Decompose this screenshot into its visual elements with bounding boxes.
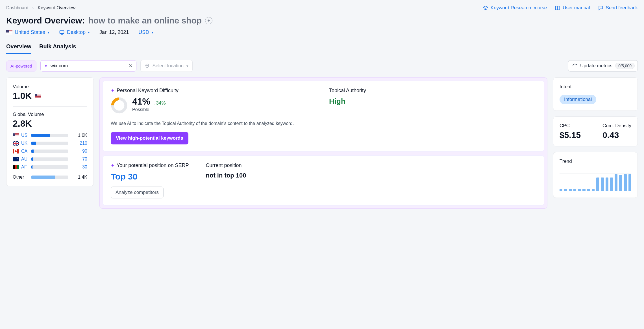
trend-bar [624,174,627,191]
chat-icon [598,5,604,11]
serp-card: ✦ Your potential position on SERP Top 30… [103,155,544,205]
trend-card: Trend [553,152,638,198]
pkd-delta: ↓34% [154,100,166,106]
volume-bar [31,176,68,179]
ai-description: We use AI to indicate the Topical Author… [111,120,536,127]
currency-filter[interactable]: USD ▾ [138,29,153,35]
trend-title: Trend [560,159,631,164]
current-position-value: not in top 100 [206,172,246,179]
pin-icon [145,63,150,68]
chevron-down-icon: ▾ [88,30,90,34]
country-code: CA [21,149,29,154]
volume-row-value: 90 [70,149,87,154]
page-title-label: Keyword Overview: [6,16,85,25]
volume-bar [31,150,68,153]
topical-authority-value: High [329,97,536,106]
volume-bar [31,134,68,137]
tab-bulk-analysis[interactable]: Bulk Analysis [39,43,76,54]
volume-row-value: 1.0K [70,133,87,138]
link-label: Keyword Research course [491,5,547,11]
link-label: Send feedback [606,5,638,11]
top-links: Keyword Research course User manual Send… [483,5,638,11]
global-volume-value: 2.8K [13,118,87,129]
volume-row-value: 70 [70,157,87,162]
page-title-row: Keyword Overview: how to make an online … [6,16,638,25]
pkd-percent: 41% [132,97,150,106]
volume-row[interactable]: CA90 [13,149,87,154]
country-code: US [21,133,29,138]
volume-row[interactable]: AF30 [13,164,87,170]
volume-bar [31,142,68,145]
graduation-cap-icon [483,5,488,11]
pkd-title: ✦ Personal Keyword Difficulty [111,88,318,94]
potential-position-title: ✦ Your potential position on SERP [111,163,189,168]
tab-overview[interactable]: Overview [6,43,31,54]
filter-label: USD [138,29,149,35]
breadcrumb-current: Keyword Overview [38,5,75,10]
volume-row[interactable]: US1.0K [13,133,87,138]
quota-badge: 0/5,000 [615,63,635,69]
view-high-potential-keywords-button[interactable]: View high-potential keywords [111,132,188,144]
topical-authority-title: Topical Authority [329,88,536,94]
book-icon [555,5,560,11]
trend-bar [606,178,608,192]
svg-rect-4 [60,31,64,33]
chevron-right-icon: › [32,5,34,10]
potential-position-value: Top 30 [111,172,189,181]
link-keyword-research-course[interactable]: Keyword Research course [483,5,547,11]
trend-bar [619,175,622,192]
flag-us-icon [6,30,12,34]
trend-bar [596,178,599,192]
flag-icon [13,141,19,146]
device-filter[interactable]: Desktop ▾ [59,29,90,35]
link-user-manual[interactable]: User manual [555,5,590,11]
domain-input[interactable] [51,63,126,69]
button-label: Update metrics [580,63,612,69]
filter-bar: United States ▾ Desktop ▾ Jan 12, 2021 U… [6,29,638,35]
link-send-feedback[interactable]: Send feedback [598,5,638,11]
link-label: User manual [563,5,590,11]
country-code: UK [21,141,29,146]
page-title-keyword: how to make an online shop [88,16,202,25]
filter-label: Jan 12, 2021 [99,29,129,35]
volume-row[interactable]: UK210 [13,141,87,146]
right-column: Intent Informational CPC $5.15 Com. Dens… [553,77,638,198]
trend-chart [560,166,631,191]
cpc-value: $5.15 [560,130,581,140]
country-filter[interactable]: United States ▾ [6,29,49,35]
breadcrumb-root[interactable]: Dashboard [6,5,28,10]
location-select[interactable]: Select location ▾ [140,60,193,72]
topbar: Dashboard › Keyword Overview Keyword Res… [6,5,638,11]
filter-label: United States [15,29,45,35]
sparkle-icon: ✦ [44,63,48,69]
trend-bar [615,174,617,191]
volume-row-value: 210 [70,141,87,146]
clear-input-button[interactable]: ✕ [129,63,133,69]
filter-label: Desktop [67,29,86,35]
desktop-icon [59,30,65,35]
cpc-card: CPC $5.15 Com. Density 0.43 [553,116,638,146]
com-density-title: Com. Density [602,123,631,129]
chevron-down-icon: ▾ [47,30,49,34]
global-volume-rows: US1.0KUK210CA90AU70AF30Other1.4K [13,133,87,180]
analyze-competitors-button[interactable]: Analyze competitors [111,187,164,198]
trend-bar [610,178,613,192]
update-metrics-button[interactable]: Update metrics 0/5,000 [568,60,638,72]
date-filter: Jan 12, 2021 [99,29,129,35]
difficulty-donut-icon [111,97,128,114]
flag-icon [13,133,19,138]
add-to-list-button[interactable] [205,17,212,24]
ai-column: ✦ Personal Keyword Difficulty [99,77,547,209]
intent-title: Intent [560,84,631,90]
breadcrumb: Dashboard › Keyword Overview [6,5,75,10]
refresh-icon [572,63,577,68]
chevron-down-icon: ▾ [151,30,153,34]
ai-powered-badge: AI-powered [6,60,36,72]
volume-row[interactable]: AU70 [13,157,87,162]
cpc-title: CPC [560,123,581,129]
domain-input-wrap[interactable]: ✦ ✕ [40,60,136,72]
sparkle-icon: ✦ [111,163,114,168]
pkd-subtitle: Possible [132,107,166,112]
flag-icon [13,165,19,169]
volume-value: 1.0K [13,91,87,101]
